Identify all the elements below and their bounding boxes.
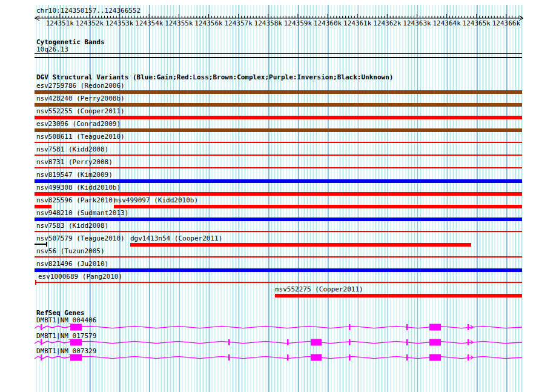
gene-exon-tick[interactable] xyxy=(406,354,408,360)
gene-arrow-tick xyxy=(468,354,469,360)
gene-exon-block[interactable] xyxy=(311,354,322,361)
gene-arrow-tick xyxy=(468,339,469,345)
genome-browser-view: chr10:124350157..124366552 124351k124352… xyxy=(0,0,539,392)
gene-exon-tick[interactable] xyxy=(228,354,230,360)
gene-exon-block[interactable] xyxy=(429,324,441,331)
gene-intron-line[interactable] xyxy=(35,356,522,359)
gene-exon-block[interactable] xyxy=(70,354,82,361)
gene-exon-block[interactable] xyxy=(429,339,441,346)
gene-exon-tick[interactable] xyxy=(406,339,408,345)
gene-exon-tick[interactable] xyxy=(349,339,351,345)
gene-exon-tick[interactable] xyxy=(406,324,408,330)
gene-exon-tick[interactable] xyxy=(287,354,289,360)
gene-exon-tick[interactable] xyxy=(349,324,351,330)
gene-exon-tick[interactable] xyxy=(41,339,42,345)
gene-exon-tick[interactable] xyxy=(41,354,42,360)
gene-exon-block[interactable] xyxy=(429,354,441,361)
gene-exon-tick[interactable] xyxy=(349,354,351,360)
gene-exon-tick[interactable] xyxy=(41,324,42,330)
refseq-gene-models xyxy=(0,0,539,392)
gene-exon-block[interactable] xyxy=(70,324,82,331)
gene-intron-line[interactable] xyxy=(35,341,522,344)
gene-exon-block[interactable] xyxy=(70,339,82,346)
gene-exon-tick[interactable] xyxy=(228,339,230,345)
gene-arrow-tick xyxy=(468,324,469,330)
gene-exon-tick[interactable] xyxy=(287,339,289,345)
gene-intron-line[interactable] xyxy=(35,326,522,328)
gene-exon-block[interactable] xyxy=(311,339,322,346)
